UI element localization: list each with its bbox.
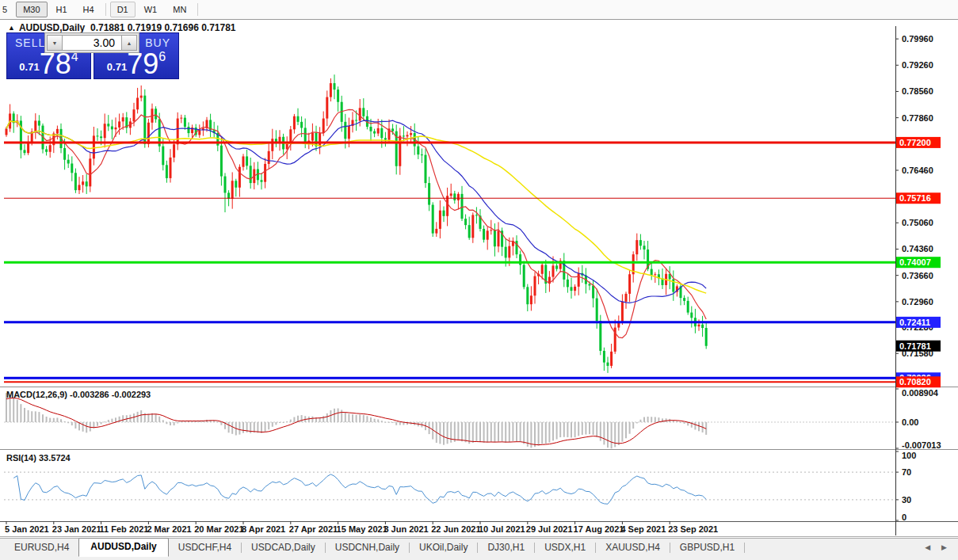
candle xyxy=(242,156,245,166)
ohlc-close: 0.71781 xyxy=(201,22,235,33)
tab-usdcad-daily[interactable]: USDCAD,Daily xyxy=(242,539,325,555)
candle xyxy=(170,158,172,178)
candle xyxy=(86,181,88,186)
tab-usdcnh-daily[interactable]: USDCNH,Daily xyxy=(326,539,409,555)
price-chart[interactable]: 0.799600.792600.785600.778600.764600.750… xyxy=(0,20,958,538)
rsi-tick-label: 30 xyxy=(902,495,911,505)
candle xyxy=(607,363,609,366)
candle xyxy=(74,173,77,190)
candle xyxy=(635,240,638,254)
candle xyxy=(417,147,419,154)
candle xyxy=(571,287,573,291)
ohlc-low: 0.71696 xyxy=(164,22,198,33)
price-badge-label: 0.72411 xyxy=(899,318,930,327)
collapse-panel-icon[interactable]: ▲ xyxy=(8,24,15,32)
timeframe-button-m30[interactable]: M30 xyxy=(16,2,47,17)
price-tick-label: 0.78560 xyxy=(902,86,933,96)
date-label: 4 Sep 2021 xyxy=(620,524,666,534)
price-badge-label: 0.77200 xyxy=(899,138,931,147)
tab-audusd-daily[interactable]: AUDUSD,Daily xyxy=(78,538,168,557)
candle xyxy=(446,196,448,216)
candle xyxy=(567,280,569,287)
candle xyxy=(530,295,532,304)
candle xyxy=(122,117,124,121)
timeframe-button-mn[interactable]: MN xyxy=(166,2,193,17)
candle xyxy=(143,96,146,144)
candle xyxy=(705,328,708,346)
date-label: 17 Aug 2021 xyxy=(574,524,624,534)
candle xyxy=(425,155,427,184)
candle xyxy=(231,181,234,199)
candle xyxy=(315,133,318,147)
candle xyxy=(271,139,273,151)
volume-input[interactable] xyxy=(63,35,121,51)
candle xyxy=(464,219,467,225)
candle xyxy=(188,127,190,133)
volume-decrease-button[interactable]: ▼ xyxy=(47,35,63,51)
volume-increase-button[interactable]: ▲ xyxy=(121,35,137,51)
tab-separator xyxy=(744,543,745,553)
candle xyxy=(541,265,544,273)
tab-dj30-h1[interactable]: DJ30,H1 xyxy=(478,539,534,555)
timeframe-button-5[interactable]: 5 xyxy=(0,2,14,17)
candle xyxy=(297,116,300,122)
candle xyxy=(359,108,361,120)
candle xyxy=(6,128,8,135)
candle xyxy=(450,193,452,196)
tab-ukoil-daily[interactable]: UKOil,Daily xyxy=(410,539,477,555)
tab-eurusd-h4[interactable]: EURUSD,H4 xyxy=(5,539,78,555)
candle xyxy=(337,90,339,102)
rsi-value: 33.5724 xyxy=(39,453,71,463)
candle xyxy=(643,246,646,250)
candle xyxy=(457,194,460,200)
tabs-scroll-left-icon[interactable]: ◀ xyxy=(925,543,930,551)
timeframe-button-h1[interactable]: H1 xyxy=(49,2,74,17)
rsi-tick-label: 100 xyxy=(902,451,916,460)
candle xyxy=(268,151,270,164)
candle xyxy=(475,215,478,215)
candle xyxy=(97,135,99,136)
tab-usdchf-h4[interactable]: USDCHF,H4 xyxy=(169,539,241,555)
date-label: 20 Mar 2021 xyxy=(194,524,243,534)
tab-xauusd-h4[interactable]: XAUUSD,H4 xyxy=(596,539,670,555)
chevron-down-icon: ▼ xyxy=(52,40,58,46)
candle xyxy=(399,135,401,166)
date-label: 23 Sep 2021 xyxy=(668,524,718,534)
timeframe-button-d1[interactable]: D1 xyxy=(110,2,135,17)
date-label: 27 Apr 2021 xyxy=(289,524,338,534)
price-tick-label: 0.79960 xyxy=(902,34,933,44)
candle xyxy=(596,299,598,321)
candle xyxy=(373,131,376,134)
tabs-scroll-right-icon[interactable]: ▶ xyxy=(941,543,947,551)
macd-tick-label: -0.007013 xyxy=(902,440,941,450)
candle xyxy=(421,154,423,155)
timeframe-button-h4[interactable]: H4 xyxy=(76,2,101,17)
candle xyxy=(118,121,120,128)
date-label: 10 Jul 2021 xyxy=(479,524,525,534)
tab-gbpusd-h1[interactable]: GBPUSD,H1 xyxy=(670,539,744,555)
candle xyxy=(628,274,631,294)
chart-tab-strip: EURUSD,H4AUDUSD,DailyUSDCHF,H4USDCAD,Dai… xyxy=(0,538,958,560)
candle xyxy=(621,302,624,322)
candle xyxy=(603,351,605,363)
trading-platform-window: 5M30H1H4D1W1MN 0.799600.792600.785600.77… xyxy=(0,0,958,560)
ohlc-open: 0.71881 xyxy=(90,22,124,33)
candle xyxy=(220,146,223,177)
candle xyxy=(184,118,186,127)
candle xyxy=(261,180,263,181)
chart-title: ▲AUDUSD,Daily 0.71881 0.71919 0.71696 0.… xyxy=(8,22,236,33)
price-tick-label: 0.74360 xyxy=(902,244,933,253)
candle xyxy=(487,230,489,239)
date-label: 29 Jul 2021 xyxy=(526,524,573,534)
candle xyxy=(578,273,580,287)
price-tick-label: 0.72960 xyxy=(902,297,933,307)
one-click-trade-panel: SELL 0.71784 BUY 0.71796 ▼ ▲ xyxy=(6,32,179,79)
candle xyxy=(45,149,48,151)
chevron-up-icon: ▲ xyxy=(127,40,132,46)
timeframe-button-w1[interactable]: W1 xyxy=(137,2,165,17)
candle xyxy=(461,194,464,219)
candle xyxy=(173,144,175,158)
candle xyxy=(133,109,135,121)
tab-usdx-h1[interactable]: USDX,H1 xyxy=(535,539,595,555)
candle xyxy=(177,119,179,145)
